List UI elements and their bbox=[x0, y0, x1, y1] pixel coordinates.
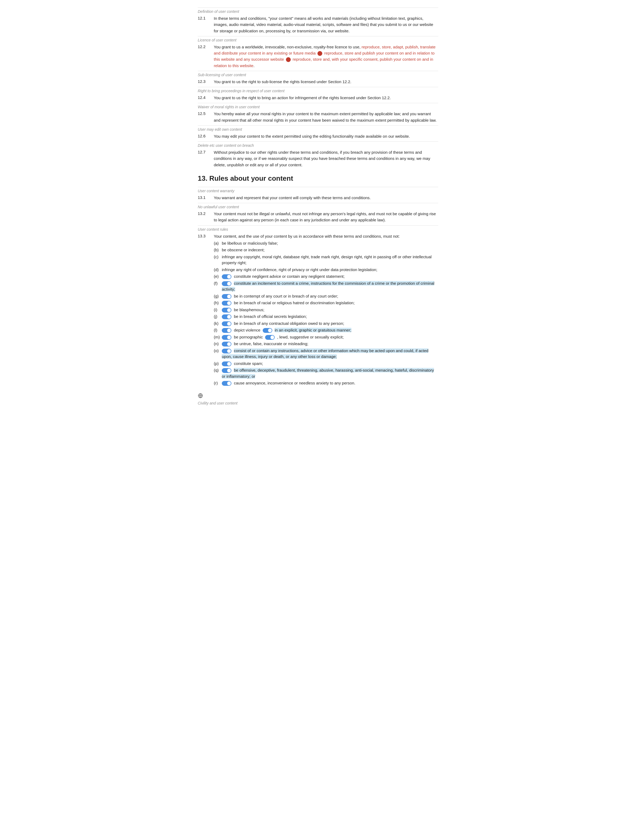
list-text: be libellous or maliciously false; bbox=[222, 240, 438, 246]
toggle-o[interactable] bbox=[222, 349, 231, 354]
list-key: (b) bbox=[214, 247, 222, 253]
list-text: be offensive, deceptive, fraudulent, thr… bbox=[222, 367, 438, 379]
toggle-q[interactable] bbox=[222, 368, 231, 373]
list-item: (p) constitute spam; bbox=[214, 361, 438, 367]
list-text: be in breach of any contractual obligati… bbox=[222, 321, 438, 327]
highlight-o: consist of or contain any instructions, … bbox=[222, 348, 428, 359]
toggle-g[interactable] bbox=[222, 294, 231, 299]
list-item: (l) depict violence in an explicit, grap… bbox=[214, 327, 438, 333]
toggle-f[interactable] bbox=[222, 281, 231, 286]
toggle-k[interactable] bbox=[222, 321, 231, 326]
list-text: constitute negligent advice or contain a… bbox=[222, 273, 438, 279]
list-key: (k) bbox=[214, 321, 222, 327]
list-text: consist of or contain any instructions, … bbox=[222, 348, 438, 360]
list-item: (f) constitute an incitement to commit a… bbox=[214, 281, 438, 292]
clause-body: You grant to us the right to sub-license… bbox=[214, 79, 438, 85]
list-text: be in breach of official secrets legisla… bbox=[222, 314, 438, 320]
list-key: (h) bbox=[214, 300, 222, 306]
clause-12-4: 12.4 You grant to us the right to bring … bbox=[198, 95, 438, 101]
toggle-h[interactable] bbox=[222, 301, 231, 306]
list-key: (i) bbox=[214, 307, 222, 313]
red-circle-icon bbox=[318, 51, 322, 56]
section-label-warranty: User content warranty bbox=[198, 187, 438, 194]
content-rules-list: (a) be libellous or maliciously false; (… bbox=[214, 240, 438, 386]
clause-number: 13.1 bbox=[198, 195, 214, 201]
clause-number: 12.2 bbox=[198, 44, 214, 69]
clause-number: 12.4 bbox=[198, 95, 214, 101]
clause-12-7: 12.7 Without prejudice to our other righ… bbox=[198, 149, 438, 168]
list-text: be in contempt of any court or in breach… bbox=[222, 293, 438, 299]
clause-body: Without prejudice to our other rights un… bbox=[214, 149, 438, 168]
section-label-content-rules: User content rules bbox=[198, 225, 438, 232]
clause-13-3: 13.3 Your content, and the use of your c… bbox=[198, 233, 438, 387]
list-key: (m) bbox=[214, 334, 222, 340]
toggle-j[interactable] bbox=[222, 314, 231, 319]
list-item: (b) be obscene or indecent; bbox=[214, 247, 438, 253]
clause-body: You may edit your content to the extent … bbox=[214, 133, 438, 139]
toggle-l-inline[interactable] bbox=[263, 328, 272, 333]
clause-number: 12.5 bbox=[198, 111, 214, 123]
clause-body: Your content, and the use of your conten… bbox=[214, 233, 438, 387]
clause-body: You grant to us a worldwide, irrevocable… bbox=[214, 44, 438, 69]
list-text: be blasphemous; bbox=[222, 307, 438, 313]
list-key: (p) bbox=[214, 361, 222, 367]
list-key: (q) bbox=[214, 367, 222, 374]
list-item: (j) be in breach of official secrets leg… bbox=[214, 314, 438, 320]
list-key: (e) bbox=[214, 273, 222, 279]
list-text: constitute an incitement to commit a cri… bbox=[222, 281, 438, 292]
list-key: (f) bbox=[214, 281, 222, 287]
clause-number: 12.3 bbox=[198, 79, 214, 85]
toggle-m[interactable] bbox=[222, 335, 231, 340]
list-item: (d) infringe any right of confidence, ri… bbox=[214, 267, 438, 273]
list-item: (e) constitute negligent advice or conta… bbox=[214, 273, 438, 279]
list-text: be obscene or indecent; bbox=[222, 247, 438, 253]
clause-body: You warrant and represent that your cont… bbox=[214, 195, 438, 201]
clause-12-3: 12.3 You grant to us the right to sub-li… bbox=[198, 79, 438, 85]
toggle-m-inline[interactable] bbox=[265, 335, 275, 340]
list-key: (a) bbox=[214, 240, 222, 246]
list-text: be untrue, false, inaccurate or misleadi… bbox=[222, 341, 438, 347]
list-key: (o) bbox=[214, 348, 222, 354]
highlight-l: in an explicit, graphic or gratuitous ma… bbox=[275, 328, 351, 332]
clause-12-2: 12.2 You grant to us a worldwide, irrevo… bbox=[198, 44, 438, 69]
list-item: (h) be in breach of racial or religious … bbox=[214, 300, 438, 306]
toggle-l[interactable] bbox=[222, 328, 231, 333]
clause-12-5: 12.5 You hereby waive all your moral rig… bbox=[198, 111, 438, 123]
toggle-n[interactable] bbox=[222, 342, 231, 346]
list-item: (c) infringe any copyright, moral right,… bbox=[214, 254, 438, 266]
clause-intro: Your content, and the use of your conten… bbox=[214, 234, 400, 238]
list-key: (l) bbox=[214, 327, 222, 333]
toggle-p[interactable] bbox=[222, 362, 231, 366]
list-key: (r) bbox=[214, 380, 222, 386]
clause-number: 12.7 bbox=[198, 149, 214, 168]
list-key: (j) bbox=[214, 314, 222, 320]
globe-icon bbox=[198, 393, 203, 398]
section-label-moral-rights: Waiver of moral rights in user content bbox=[198, 103, 438, 110]
red-circle-icon bbox=[286, 57, 291, 62]
list-key: (g) bbox=[214, 293, 222, 299]
clause-12-6: 12.6 You may edit your content to the ex… bbox=[198, 133, 438, 139]
list-item: (o) consist of or contain any instructio… bbox=[214, 348, 438, 360]
list-item: (r) cause annoyance, inconvenience or ne… bbox=[214, 380, 438, 386]
section-label-delete: Delete etc user content on breach bbox=[198, 141, 438, 148]
clause-body: Your content must not be illegal or unla… bbox=[214, 211, 438, 223]
section-label-proceedings: Right to bring proceedings in respect of… bbox=[198, 87, 438, 93]
section-label-definition: Definition of user content bbox=[198, 8, 438, 14]
list-key: (d) bbox=[214, 267, 222, 273]
list-key: (n) bbox=[214, 341, 222, 347]
footer-area bbox=[198, 391, 438, 398]
list-key: (c) bbox=[214, 254, 222, 260]
list-item: (m) be pornographic , lewd, suggestive o… bbox=[214, 334, 438, 340]
toggle-r[interactable] bbox=[222, 381, 231, 386]
list-text: constitute spam; bbox=[222, 361, 438, 367]
clause-number: 13.3 bbox=[198, 233, 214, 387]
section-label-edit: User may edit own content bbox=[198, 125, 438, 132]
list-text: be pornographic , lewd, suggestive or se… bbox=[222, 334, 438, 340]
list-item: (q) be offensive, deceptive, fraudulent,… bbox=[214, 367, 438, 379]
toggle-e[interactable] bbox=[222, 274, 231, 279]
section-13-heading: 13. Rules about your content bbox=[198, 174, 438, 183]
toggle-i[interactable] bbox=[222, 308, 231, 313]
list-text: infringe any right of confidence, right … bbox=[222, 267, 438, 273]
clause-body: You grant to us the right to bring an ac… bbox=[214, 95, 438, 101]
section-label-unlawful: No unlawful user content bbox=[198, 203, 438, 210]
